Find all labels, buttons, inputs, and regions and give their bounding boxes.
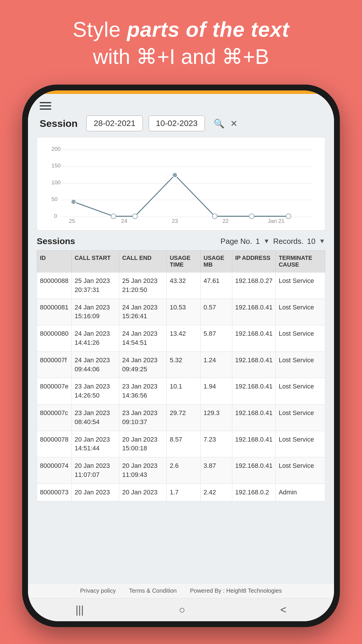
cell-5: 192.168.0.41 (232, 404, 275, 431)
app-content: Session 28-02-2021 10-02-2023 🔍 ✕ 200 15… (28, 94, 334, 621)
table-header-row: ID CALL START CALL END USAGE TIME USAGE … (37, 251, 325, 272)
session-label: Session (40, 118, 78, 129)
col-usage-mb: USAGE MB (201, 251, 232, 272)
svg-text:22: 22 (222, 218, 229, 224)
cell-1: 20 Jan 2023 11:07:07 (71, 457, 119, 484)
cell-3: 13.42 (167, 325, 201, 352)
cell-5: 192.168.0.41 (232, 299, 275, 325)
cell-2: 20 Jan 2023 (119, 484, 167, 501)
cell-5: 192.168.0.41 (232, 351, 275, 378)
nav-recent-btn[interactable]: < (280, 604, 287, 616)
sessions-table: ID CALL START CALL END USAGE TIME USAGE … (37, 250, 325, 501)
table-row: 8000008124 Jan 2023 15:16:0924 Jan 2023 … (37, 299, 325, 325)
cell-6: Lost Service (276, 351, 325, 378)
table-row: 8000007f24 Jan 2023 09:44:0624 Jan 2023 … (37, 351, 325, 378)
page-dropdown-icon[interactable]: ▼ (263, 237, 270, 245)
svg-point-12 (133, 214, 138, 219)
cell-4: 5.87 (201, 325, 232, 352)
cell-6: Lost Service (276, 378, 325, 405)
cell-5: 192.168.0.41 (232, 431, 275, 457)
cell-3: 5.32 (167, 351, 201, 378)
start-date-pill[interactable]: 28-02-2021 (86, 116, 143, 131)
svg-point-13 (173, 173, 178, 178)
privacy-policy-link[interactable]: Privacy policy (80, 587, 116, 594)
heading-line2: with ⌘+I and ⌘+B (23, 44, 339, 69)
heading-bold-italic: parts of the text (127, 18, 289, 41)
cell-5: 192.168.0.41 (232, 457, 275, 484)
svg-text:200: 200 (51, 146, 61, 152)
cell-3: 10.1 (167, 378, 201, 405)
col-id: ID (37, 251, 72, 272)
cell-3: 1.7 (167, 484, 201, 501)
table-section: Sessions Page No. 1 ▼ Records. 10 ▼ ID (37, 236, 325, 583)
hamburger-menu[interactable] (40, 102, 51, 110)
nav-back-btn[interactable]: ||| (75, 604, 84, 616)
terms-link[interactable]: Terms & Condition (129, 587, 177, 594)
phone-screen: Session 28-02-2021 10-02-2023 🔍 ✕ 200 15… (28, 90, 334, 621)
page-control: Page No. 1 ▼ Records. 10 ▼ (221, 237, 325, 246)
table-row: 8000007e23 Jan 2023 14:26:5023 Jan 2023 … (37, 378, 325, 405)
table-title: Sessions (37, 236, 75, 246)
svg-point-16 (286, 214, 291, 219)
page-label: Page No. (221, 237, 252, 246)
svg-text:25: 25 (69, 218, 75, 224)
nav-home-btn[interactable]: ○ (179, 604, 185, 616)
cell-4: 3.87 (201, 457, 232, 484)
cell-1: 20 Jan 2023 (71, 484, 119, 501)
powered-by: Powered By : Height8 Technologies (190, 587, 282, 594)
svg-point-14 (212, 214, 217, 219)
table-row: 8000007820 Jan 2023 14:51:4420 Jan 2023 … (37, 431, 325, 457)
chart-container: 200 150 100 50 0 (37, 137, 325, 230)
cell-0: 80000081 (37, 299, 72, 325)
cell-0: 80000088 (37, 272, 72, 299)
cell-2: 24 Jan 2023 09:49:25 (119, 351, 167, 378)
cell-5: 192.168.0.41 (232, 325, 275, 352)
col-call-start: CALL START (71, 251, 119, 272)
nav-bar: ||| ○ < (28, 598, 334, 621)
hamburger-line3 (40, 108, 51, 110)
cell-6: Lost Service (276, 299, 325, 325)
footer-bar: Privacy policy Terms & Condition Powered… (28, 583, 334, 598)
svg-point-10 (71, 199, 76, 204)
cell-2: 24 Jan 2023 14:54:51 (119, 325, 167, 352)
cell-6: Lost Service (276, 457, 325, 484)
cell-0: 8000007e (37, 378, 72, 405)
cell-0: 80000078 (37, 431, 72, 457)
cell-6: Lost Service (276, 325, 325, 352)
svg-point-15 (249, 214, 254, 219)
session-controls: Session 28-02-2021 10-02-2023 🔍 ✕ (28, 116, 334, 137)
svg-text:24: 24 (121, 218, 127, 224)
cell-4: 2.42 (201, 484, 232, 501)
table-controls: Sessions Page No. 1 ▼ Records. 10 ▼ (37, 236, 325, 246)
cell-3: 10.53 (167, 299, 201, 325)
cell-6: Lost Service (276, 272, 325, 299)
cell-0: 80000074 (37, 457, 72, 484)
cell-1: 25 Jan 2023 20:37:31 (71, 272, 119, 299)
cell-1: 24 Jan 2023 09:44:06 (71, 351, 119, 378)
records-dropdown-icon[interactable]: ▼ (319, 237, 325, 245)
cell-3: 29.72 (167, 404, 201, 431)
cell-0: 8000007f (37, 351, 72, 378)
records-count: 10 (307, 237, 315, 246)
svg-text:150: 150 (51, 162, 61, 169)
table-row: 8000008825 Jan 2023 20:37:3125 Jan 2023 … (37, 272, 325, 299)
search-icon[interactable]: 🔍 (214, 118, 224, 129)
cell-2: 20 Jan 2023 11:09:43 (119, 457, 167, 484)
svg-text:Jan 21: Jan 21 (268, 218, 284, 224)
cell-6: Admin (276, 484, 325, 501)
cell-3: 2.6 (167, 457, 201, 484)
col-terminate-cause: TERMINATE CAUSE (276, 251, 325, 272)
cell-4: 7.23 (201, 431, 232, 457)
end-date-pill[interactable]: 10-02-2023 (149, 116, 205, 131)
cell-1: 23 Jan 2023 14:26:50 (71, 378, 119, 405)
cell-5: 192.168.0.27 (232, 272, 275, 299)
app-header (28, 94, 334, 116)
cell-6: Lost Service (276, 404, 325, 431)
hamburger-line1 (40, 102, 51, 103)
close-icon[interactable]: ✕ (230, 118, 238, 129)
phone-frame: Session 28-02-2021 10-02-2023 🔍 ✕ 200 15… (22, 85, 340, 627)
cell-1: 23 Jan 2023 08:40:54 (71, 404, 119, 431)
cell-6: Lost Service (276, 431, 325, 457)
table-body: 8000008825 Jan 2023 20:37:3125 Jan 2023 … (37, 272, 325, 501)
col-usage-time: USAGE TIME (167, 251, 201, 272)
